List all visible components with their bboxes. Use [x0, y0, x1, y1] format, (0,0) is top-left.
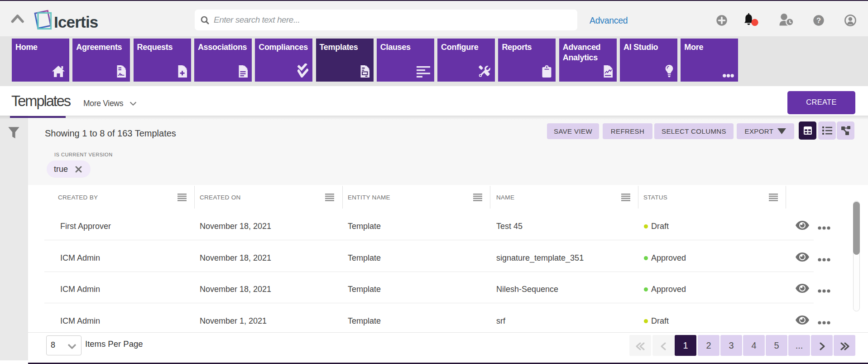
svg-text:?: ? [816, 16, 821, 24]
